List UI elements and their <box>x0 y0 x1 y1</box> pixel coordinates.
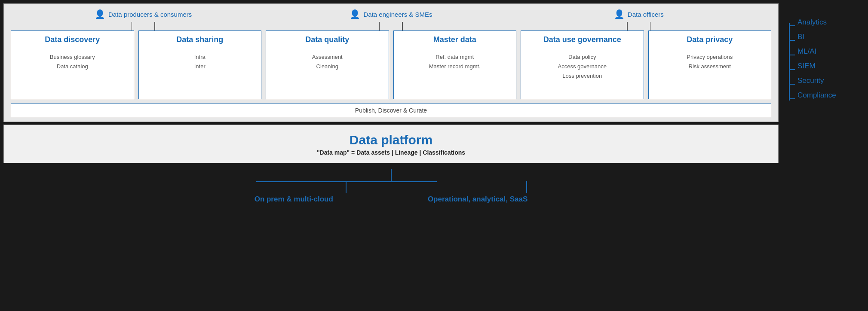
connector-line <box>379 22 380 30</box>
connector-line <box>650 22 651 30</box>
sidebar-item-mlai: ML/AI <box>789 47 861 62</box>
persona-producers: 👤 Data producers & consumers <box>19 9 267 30</box>
box-sharing: Data sharing Intra Inter <box>138 30 262 99</box>
data-platform-title: Data platform <box>11 133 771 147</box>
branch-left-line <box>346 181 347 193</box>
sidebar-tick-mlai <box>789 55 795 55</box>
person-icon-2: 👤 <box>350 9 360 19</box>
sidebar-label-bi: BI <box>797 33 804 41</box>
box-discovery: Data discovery Business glossary Data ca… <box>11 30 134 99</box>
person-icon-1: 👤 <box>95 9 105 19</box>
connector-line <box>154 22 155 30</box>
box-items-discovery: Business glossary Data catalog <box>50 52 95 71</box>
sidebar-tick-analytics <box>789 25 795 26</box>
right-sidebar: Analytics BI ML/AI SIEM Security Complia… <box>782 0 868 311</box>
data-boxes-row: Data discovery Business glossary Data ca… <box>11 30 771 99</box>
sidebar-item-compliance: Compliance <box>789 91 861 106</box>
sidebar-label-analytics: Analytics <box>797 18 827 26</box>
branch-label-right: Operational, analytical, SaaS <box>428 195 528 204</box>
box-title-discovery: Data discovery <box>45 35 100 45</box>
box-title-master: Master data <box>433 35 476 45</box>
box-items-governance: Data policy Access governance Loss preve… <box>558 52 607 81</box>
person-icon-3: 👤 <box>614 9 625 19</box>
sidebar-item-security: Security <box>789 76 861 91</box>
branch-connectors: On prem & multi-cloud Operational, analy… <box>3 166 779 204</box>
box-title-quality: Data quality <box>305 35 349 45</box>
box-privacy: Data privacy Privacy operations Risk ass… <box>648 30 772 99</box>
sidebar-item-analytics: Analytics <box>789 18 861 33</box>
sidebar-item-bi: BI <box>789 33 861 47</box>
connector-line <box>402 22 403 30</box>
main-area: 👤 Data producers & consumers 👤 Data engi… <box>0 0 782 311</box>
persona-label-1: Data producers & consumers <box>108 11 192 18</box>
box-items-privacy: Privacy operations Risk assessment <box>687 52 733 71</box>
vertical-line-top <box>391 169 392 181</box>
box-title-sharing: Data sharing <box>176 35 223 45</box>
sidebar-tick-compliance <box>789 98 795 99</box>
sidebar-list: Analytics BI ML/AI SIEM Security Complia… <box>789 18 861 106</box>
sidebar-label-compliance: Compliance <box>797 91 836 99</box>
box-items-master: Ref. data mgmt Master record mgmt. <box>429 52 481 71</box>
data-platform-subtitle: "Data map" = Data assets | Lineage | Cla… <box>11 149 771 156</box>
top-section: 👤 Data producers & consumers 👤 Data engi… <box>3 3 779 122</box>
box-governance: Data use governance Data policy Access g… <box>521 30 644 99</box>
sidebar-tick-security <box>789 84 795 85</box>
branch-label-left: On prem & multi-cloud <box>255 195 333 204</box>
branch-right-line <box>526 181 527 193</box>
sidebar-label-security: Security <box>797 76 824 85</box>
box-items-sharing: Intra Inter <box>194 52 205 71</box>
connector-line <box>132 22 132 30</box>
persona-label-2: Data engineers & SMEs <box>363 11 432 18</box>
box-quality: Data quality Assessment Cleaning <box>266 30 389 99</box>
h-connector <box>256 181 437 182</box>
branches-labels-row: On prem & multi-cloud Operational, analy… <box>255 195 528 204</box>
persona-engineers: 👤 Data engineers & SMEs <box>267 9 515 30</box>
box-title-privacy: Data privacy <box>687 35 733 45</box>
persona-officers: 👤 Data officers <box>515 9 763 30</box>
sidebar-item-siem: SIEM <box>789 62 861 76</box>
sidebar-label-mlai: ML/AI <box>797 47 816 55</box>
data-platform-section: Data platform "Data map" = Data assets |… <box>3 125 779 163</box>
connector-line <box>627 22 628 30</box>
horizontal-bar <box>255 181 527 193</box>
box-master: Master data Ref. data mgmt Master record… <box>393 30 517 99</box>
publish-bar-label: Publish, Discover & Curate <box>355 107 427 114</box>
box-items-quality: Assessment Cleaning <box>312 52 343 71</box>
publish-bar: Publish, Discover & Curate <box>11 104 771 117</box>
persona-label-3: Data officers <box>628 11 664 18</box>
sidebar-tick-bi <box>789 40 795 41</box>
sidebar-label-siem: SIEM <box>797 62 816 70</box>
sidebar-tick-siem <box>789 69 795 70</box>
box-title-governance: Data use governance <box>543 35 621 45</box>
